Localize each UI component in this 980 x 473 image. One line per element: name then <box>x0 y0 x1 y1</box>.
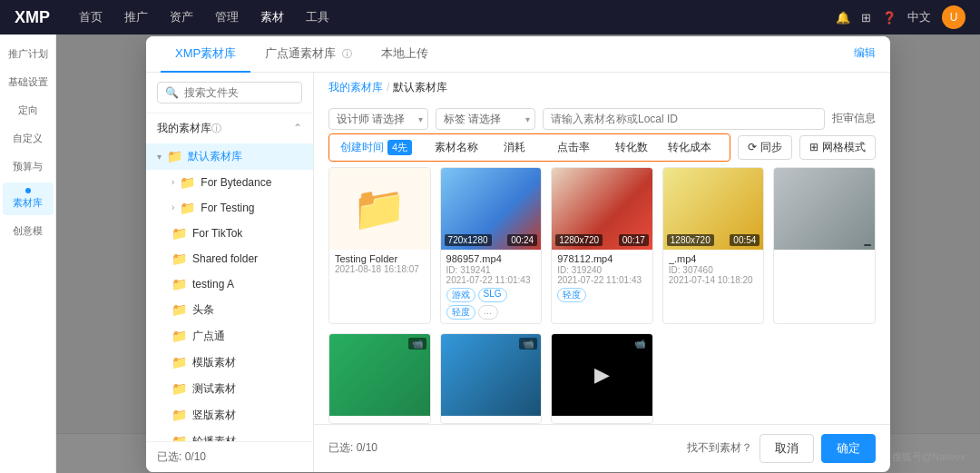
media-name-2: _.mp4 <box>669 253 759 264</box>
tree-item-test-materials[interactable]: 📁 测试素材 <box>146 376 313 402</box>
media-duration-0: 00:24 <box>507 234 537 246</box>
tag-filter[interactable]: 标签 请选择 <box>436 108 535 130</box>
chevron-icon: › <box>172 177 174 187</box>
folder-icon: 📁 <box>172 408 187 422</box>
logo: XMP <box>15 8 50 27</box>
tree-item-shared[interactable]: 📁 Shared folder <box>146 246 313 271</box>
designer-filter[interactable]: 设计师 请选择 <box>328 108 428 130</box>
sidebar-item-materials[interactable]: 素材库 <box>3 182 54 215</box>
media-card-4[interactable]: 📹 <box>328 333 431 424</box>
media-name-1: 978112.mp4 <box>557 253 647 264</box>
media-thumbnail-1: 1280x720 00:17 <box>552 168 652 250</box>
modal-tabs: XMP素材库 广点通素材库 ⓘ 本地上传 编辑 <box>146 36 890 73</box>
nav-materials[interactable]: 素材 <box>260 9 284 25</box>
nav-promote[interactable]: 推广 <box>124 9 148 25</box>
material-modal: XMP素材库 广点通素材库 ⓘ 本地上传 编辑 🔍 <box>146 36 890 472</box>
tree-info-icon: ⓘ <box>211 122 221 135</box>
help-icon[interactable]: ❓ <box>882 11 897 25</box>
media-card-6[interactable]: ▶ 📹 <box>551 333 653 424</box>
media-info-6 <box>552 416 652 423</box>
media-tags-1: 轻度 <box>557 288 647 302</box>
no-material-link[interactable]: 找不到素材？ <box>687 440 752 456</box>
tab-xmp-library[interactable]: XMP素材库 <box>161 36 250 73</box>
media-card-1[interactable]: 1280x720 00:17 978112.mp4 ID: 319240 202… <box>551 167 653 324</box>
nav-manage[interactable]: 管理 <box>215 9 239 25</box>
bell-icon[interactable]: 🔔 <box>836 11 850 25</box>
play-icon: ▶ <box>594 363 610 387</box>
media-card-info: Testing Folder 2021-08-18 16:18:07 <box>329 250 430 278</box>
media-resolution-2: 1280x720 <box>667 234 714 246</box>
user-avatar[interactable]: U <box>942 5 965 29</box>
tag-slg: SLG <box>478 288 507 302</box>
cancel-button[interactable]: 取消 <box>760 434 814 463</box>
tree-item-tiktok[interactable]: 📁 For TikTok <box>146 221 313 246</box>
media-date-2: 2021-07-14 10:18:20 <box>669 275 759 285</box>
material-search-input[interactable] <box>543 108 825 130</box>
table-header: 创建时间 4先 素材名称 消耗 点击率 转化数 转化成本 <box>328 133 730 162</box>
sidebar-item-promote[interactable]: 推广计划 <box>3 42 54 66</box>
search-icon: 🔍 <box>165 86 179 99</box>
folder-icon: 📁 <box>172 302 187 317</box>
sidebar-item-targeting[interactable]: 定向 <box>3 98 54 123</box>
tree-item-vertical[interactable]: 📁 竖版素材 <box>146 402 313 429</box>
media-thumbnail-2: 1280x720 00:54 <box>663 168 764 250</box>
lang-label[interactable]: 中文 <box>907 9 931 25</box>
media-info-1: 978112.mp4 ID: 319240 2021-07-22 11:01:4… <box>552 250 652 306</box>
confirm-button[interactable]: 确定 <box>821 434 876 463</box>
media-date: 2021-08-18 16:18:07 <box>335 264 425 274</box>
tab-gdt-library[interactable]: 广点通素材库 ⓘ <box>250 36 367 73</box>
nav-right-icons: 🔔 ⊞ ❓ 中文 U <box>836 5 965 29</box>
media-card-3[interactable] <box>773 167 876 324</box>
breadcrumb-home[interactable]: 我的素材库 <box>328 80 383 95</box>
sidebar-item-creative[interactable]: 创意模 <box>3 219 54 243</box>
folder-icon: 📁 <box>172 226 187 241</box>
nav-tools[interactable]: 工具 <box>306 9 329 25</box>
grid-icon[interactable]: ⊞ <box>861 11 871 25</box>
sidebar-item-basic[interactable]: 基础设置 <box>3 70 54 94</box>
grid-icon: ⊞ <box>809 141 818 153</box>
media-tags-0: 游戏 SLG 轻度 … <box>446 288 536 320</box>
nav-home[interactable]: 首页 <box>79 9 103 25</box>
breadcrumb-current: 默认素材库 <box>393 80 447 95</box>
media-info-3 <box>774 250 875 257</box>
media-card-2[interactable]: 1280x720 00:54 _.mp4 ID: 307460 2021-07-… <box>662 167 765 324</box>
sync-button[interactable]: ⟳ 同步 <box>738 135 792 160</box>
tab-local-upload[interactable]: 本地上传 <box>367 36 443 73</box>
sidebar-item-budget[interactable]: 预算与 <box>3 154 54 179</box>
search-input-wrap[interactable]: 🔍 <box>157 82 302 103</box>
media-id-2: ID: 307460 <box>669 265 759 275</box>
tag-light-1: 轻度 <box>557 288 586 302</box>
media-id-1: ID: 319240 <box>557 265 647 275</box>
tree-item-testing[interactable]: › 📁 For Testing <box>146 195 313 221</box>
col-cpa: 转化成本 <box>661 140 719 155</box>
folder-icon: 📁 <box>172 355 187 370</box>
media-date-1: 2021-07-22 11:01:43 <box>557 275 647 285</box>
media-name: Testing Folder <box>335 253 425 264</box>
tree-item-default[interactable]: ▾ 📁 默认素材库 <box>146 143 313 170</box>
edit-link[interactable]: 编辑 <box>854 36 876 72</box>
sync-icon: ⟳ <box>748 141 757 153</box>
media-card-folder[interactable]: 📁 Testing Folder 2021-08-18 16:18:07 <box>328 167 431 324</box>
media-card-5[interactable]: 📹 <box>440 333 543 424</box>
tree-item-carousel[interactable]: 📁 轮播素材 <box>146 429 313 441</box>
tag-filter-wrap: 标签 请选择 <box>436 108 535 130</box>
media-card-0[interactable]: 720x1280 00:24 986957.mp4 ID: 319241 202… <box>440 167 543 324</box>
table-actions-row: 创建时间 4先 素材名称 消耗 点击率 转化数 转化成本 ⟳ <box>314 133 890 167</box>
grid-mode-button[interactable]: ⊞ 网格模式 <box>799 135 876 160</box>
tree-item-gdt[interactable]: 📁 广点通 <box>146 323 313 350</box>
tree-item-toutiao[interactable]: 📁 头条 <box>146 297 313 323</box>
sort-badge: 4先 <box>387 140 412 155</box>
tree-collapse-icon[interactable]: ⌃ <box>293 122 302 134</box>
nav-assets[interactable]: 资产 <box>170 9 193 25</box>
folder-search-box: 🔍 <box>146 73 313 113</box>
media-resolution-1: 1280x720 <box>555 234 603 246</box>
search-input[interactable] <box>184 86 294 99</box>
media-thumbnail-4: 📹 <box>329 334 430 416</box>
reject-info-link[interactable]: 拒审信息 <box>832 111 876 126</box>
tree-item-testing-a[interactable]: 📁 testing A <box>146 271 313 297</box>
tree-item-bytedance[interactable]: › 📁 For Bytedance <box>146 170 313 195</box>
sort-create-time[interactable]: 创建时间 4先 <box>340 140 427 155</box>
tree-item-template[interactable]: 📁 模版素材 <box>146 350 313 376</box>
media-thumbnail-3 <box>774 168 875 250</box>
sidebar-item-custom[interactable]: 自定义 <box>3 126 54 151</box>
